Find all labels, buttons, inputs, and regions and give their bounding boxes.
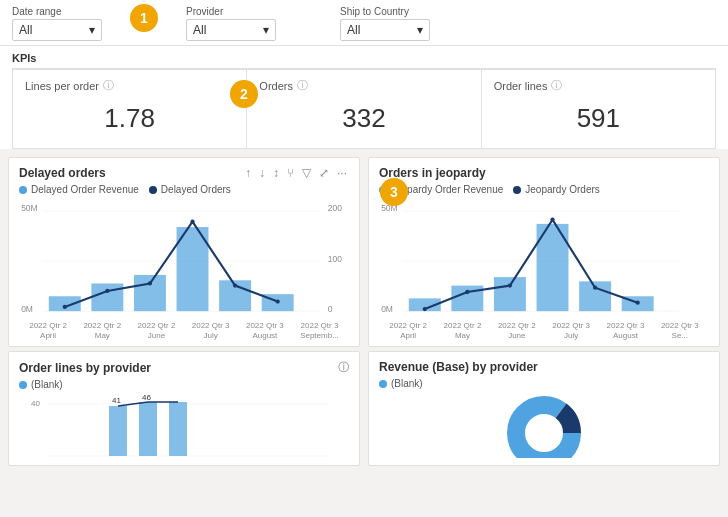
svg-point-16 — [148, 281, 152, 285]
x-label-0: 2022 Qtr 2April — [29, 321, 67, 340]
kpi-lines-per-order-title: Lines per order ⓘ — [25, 78, 234, 93]
kpis-section: KPIs Lines per order ⓘ 1.78 Orders ⓘ 332… — [0, 46, 728, 149]
kpi-orders-title: Orders ⓘ — [259, 78, 468, 93]
provider-select[interactable]: All ▾ — [186, 19, 276, 41]
jeopardy-orders-legend-item: Jeopardy Orders — [513, 184, 599, 195]
svg-point-19 — [276, 299, 280, 303]
filters-bar: Date range All ▾ Provider All ▾ Ship to … — [0, 0, 728, 46]
kpi-orders-info[interactable]: ⓘ — [297, 78, 308, 93]
jeopardy-orders-chart: 50M 0M — [379, 199, 709, 319]
x-label-4: 2022 Qtr 3August — [246, 321, 284, 340]
ship-to-country-filter: Ship to Country All ▾ — [340, 6, 430, 41]
svg-text:0M: 0M — [21, 304, 33, 314]
svg-rect-27 — [494, 277, 526, 311]
kpi-order-lines: Order lines ⓘ 591 — [482, 69, 716, 149]
svg-rect-40 — [109, 406, 127, 456]
kpi-lines-per-order-info[interactable]: ⓘ — [103, 78, 114, 93]
revenue-provider-title: Revenue (Base) by provider — [379, 360, 709, 374]
badge-2: 2 — [230, 80, 258, 108]
svg-point-35 — [593, 286, 597, 290]
delayed-orders-header: Delayed orders ↑ ↓ ↕ ⑂ ▽ ⤢ ··· — [19, 166, 349, 180]
order-lines-provider-title: Order lines by provider ⓘ — [19, 360, 349, 375]
svg-rect-42 — [169, 402, 187, 456]
jeopardy-orders-svg: 50M 0M — [379, 199, 709, 319]
date-range-filter: Date range All ▾ — [12, 6, 102, 41]
bottom-charts-row: Order lines by provider ⓘ (Blank) 40 41 — [0, 351, 728, 470]
svg-point-36 — [636, 301, 640, 305]
revenue-provider-panel: Revenue (Base) by provider (Blank) — [368, 351, 720, 466]
x-label-3: 2022 Qtr 3July — [192, 321, 230, 340]
order-lines-chart: 40 41 46 — [19, 394, 349, 459]
provider-label: Provider — [186, 6, 276, 17]
kpi-orders-value: 332 — [259, 99, 468, 140]
jeopardy-orders-header: Orders in jeopardy — [379, 166, 709, 180]
sort-double-button[interactable]: ↕ — [271, 166, 281, 180]
date-range-label: Date range — [12, 6, 102, 17]
ship-to-country-select[interactable]: All ▾ — [340, 19, 430, 41]
revenue-blank-dot — [379, 380, 387, 388]
j-x-label-0: 2022 Qtr 2April — [389, 321, 427, 340]
svg-rect-41 — [139, 402, 157, 456]
kpis-cards: Lines per order ⓘ 1.78 Orders ⓘ 332 Orde… — [12, 68, 716, 149]
kpi-lines-per-order-value: 1.78 — [25, 99, 234, 140]
kpi-order-lines-info[interactable]: ⓘ — [551, 78, 562, 93]
revenue-blank-legend: (Blank) — [379, 378, 423, 389]
filter-button[interactable]: ▽ — [300, 166, 313, 180]
kpi-lines-per-order: Lines per order ⓘ 1.78 — [12, 69, 247, 149]
jeopardy-orders-legend: Jeopardy Order Revenue Jeopardy Orders — [379, 184, 709, 195]
provider-chevron: ▾ — [263, 23, 269, 37]
fork-button[interactable]: ⑂ — [285, 166, 296, 180]
order-lines-provider-panel: Order lines by provider ⓘ (Blank) 40 41 — [8, 351, 360, 466]
kpis-label: KPIs — [12, 50, 716, 68]
svg-point-33 — [508, 283, 512, 287]
svg-point-34 — [550, 217, 554, 221]
j-x-label-5: 2022 Qtr 3Se... — [661, 321, 699, 340]
delayed-orders-title: Delayed orders — [19, 166, 106, 180]
delayed-orders-panel: Delayed orders ↑ ↓ ↕ ⑂ ▽ ⤢ ··· Delayed O… — [8, 157, 360, 347]
svg-text:41: 41 — [112, 396, 121, 405]
revenue-legend: (Blank) — [379, 378, 709, 389]
delayed-orders-x-labels: 2022 Qtr 2April 2022 Qtr 2May 2022 Qtr 2… — [19, 321, 349, 340]
delayed-orders-chart: 50M 0M 200 100 0 — [19, 199, 349, 319]
jeopardy-x-labels: 2022 Qtr 2April 2022 Qtr 2May 2022 Qtr 2… — [379, 321, 709, 340]
provider-filter: Provider All ▾ — [186, 6, 276, 41]
delayed-orders-dot — [149, 186, 157, 194]
svg-text:50M: 50M — [21, 203, 38, 213]
delayed-orders-svg: 50M 0M 200 100 0 — [19, 199, 349, 319]
svg-text:46: 46 — [142, 394, 151, 402]
jeopardy-orders-panel: Orders in jeopardy Jeopardy Order Revenu… — [368, 157, 720, 347]
sort-desc-button[interactable]: ↓ — [257, 166, 267, 180]
svg-point-31 — [423, 307, 427, 311]
revenue-blank-label: (Blank) — [391, 378, 423, 389]
svg-point-18 — [233, 283, 237, 287]
svg-rect-9 — [91, 283, 123, 311]
j-x-label-4: 2022 Qtr 3August — [607, 321, 645, 340]
date-range-value: All — [19, 23, 32, 37]
svg-point-14 — [63, 305, 67, 309]
revenue-svg — [379, 393, 709, 458]
svg-point-32 — [465, 290, 469, 294]
sort-asc-button[interactable]: ↑ — [243, 166, 253, 180]
kpi-orders: Orders ⓘ 332 — [247, 69, 481, 149]
expand-button[interactable]: ⤢ — [317, 166, 331, 180]
more-button[interactable]: ··· — [335, 166, 349, 180]
delayed-orders-legend-item: Delayed Orders — [149, 184, 231, 195]
j-x-label-1: 2022 Qtr 2May — [444, 321, 482, 340]
svg-text:0M: 0M — [381, 304, 393, 314]
delayed-revenue-legend: Delayed Order Revenue — [19, 184, 139, 195]
badge-1: 1 — [130, 4, 158, 32]
svg-point-47 — [528, 417, 560, 449]
ship-to-country-chevron: ▾ — [417, 23, 423, 37]
x-label-5: 2022 Qtr 3Septemb... — [300, 321, 339, 340]
order-lines-blank-legend: (Blank) — [19, 379, 63, 390]
delayed-revenue-label: Delayed Order Revenue — [31, 184, 139, 195]
j-x-label-3: 2022 Qtr 3July — [552, 321, 590, 340]
svg-rect-10 — [134, 275, 166, 311]
x-label-1: 2022 Qtr 2May — [83, 321, 121, 340]
svg-text:40: 40 — [31, 399, 40, 408]
revenue-chart — [379, 393, 709, 458]
date-range-select[interactable]: All ▾ — [12, 19, 102, 41]
date-range-chevron: ▾ — [89, 23, 95, 37]
order-lines-provider-info[interactable]: ⓘ — [338, 360, 349, 375]
delayed-revenue-dot — [19, 186, 27, 194]
